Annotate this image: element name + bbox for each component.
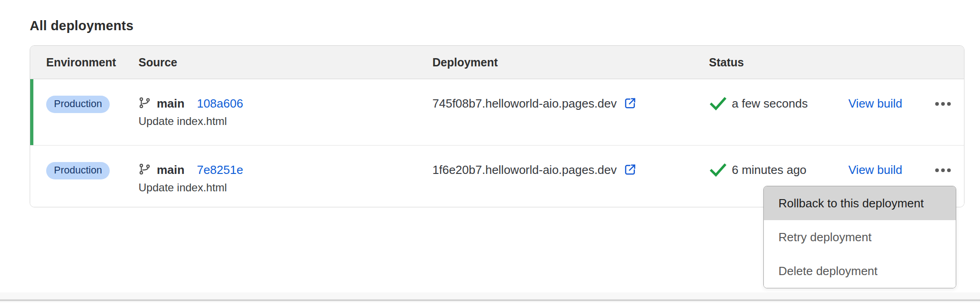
column-header-status: Status <box>708 56 848 69</box>
git-branch-icon <box>138 97 151 111</box>
column-header-source: Source <box>138 56 432 69</box>
commit-link[interactable]: 7e8251e <box>197 163 243 177</box>
column-header-environment: Environment <box>30 56 138 69</box>
external-link-icon[interactable] <box>623 163 637 176</box>
deployment-cell: 1f6e20b7.helloworld-aio.pages.dev <box>432 146 708 207</box>
environment-badge: Production <box>46 162 110 179</box>
environment-cell: Production <box>30 79 138 145</box>
branch-name: main <box>157 163 185 177</box>
success-check-icon <box>709 97 727 113</box>
commit-link[interactable]: 108a606 <box>197 97 243 111</box>
menu-item-delete[interactable]: Delete deployment <box>764 254 956 288</box>
status-time: 6 minutes ago <box>732 162 806 178</box>
menu-item-rollback[interactable]: Rollback to this deployment <box>764 186 956 220</box>
environment-badge: Production <box>46 96 110 113</box>
success-check-icon <box>709 163 727 179</box>
source-cell: main 108a606 Update index.html <box>138 79 432 145</box>
source-cell: main 7e8251e Update index.html <box>138 146 432 207</box>
view-build-link[interactable]: View build <box>848 96 902 111</box>
page-title: All deployments <box>30 18 133 33</box>
row-actions-button[interactable] <box>932 166 953 175</box>
deployment-url: 1f6e20b7.helloworld-aio.pages.dev <box>432 162 617 178</box>
page-bottom-band <box>0 292 980 299</box>
git-branch-icon <box>138 163 151 177</box>
column-header-deployment: Deployment <box>432 56 708 69</box>
current-deployment-marker <box>30 79 33 145</box>
table-row: Production main 108a606 <box>30 79 964 146</box>
deployment-url: 745f08b7.helloworld-aio.pages.dev <box>432 96 617 111</box>
table-header-row: Environment Source Deployment Status <box>30 46 964 79</box>
menu-item-retry[interactable]: Retry deployment <box>764 220 956 254</box>
branch-name: main <box>157 97 185 111</box>
status-time: a few seconds <box>732 96 808 111</box>
commit-message: Update index.html <box>138 180 432 195</box>
status-cell: a few seconds <box>708 79 848 145</box>
external-link-icon[interactable] <box>623 97 637 110</box>
deployment-cell: 745f08b7.helloworld-aio.pages.dev <box>432 79 708 145</box>
environment-cell: Production <box>30 146 138 207</box>
commit-message: Update index.html <box>138 114 432 129</box>
view-build-link[interactable]: View build <box>848 162 902 178</box>
ellipsis-icon <box>935 168 951 172</box>
row-actions-button[interactable] <box>932 99 953 108</box>
actions-cell <box>921 79 964 145</box>
deployments-page: All deployments Environment Source Deplo… <box>0 0 980 303</box>
ellipsis-icon <box>935 102 951 106</box>
deployments-table: Environment Source Deployment Status Pro… <box>30 45 964 207</box>
view-build-cell: View build <box>848 79 921 145</box>
page-bottom-under <box>0 301 980 303</box>
context-menu: Rollback to this deployment Retry deploy… <box>763 186 956 288</box>
